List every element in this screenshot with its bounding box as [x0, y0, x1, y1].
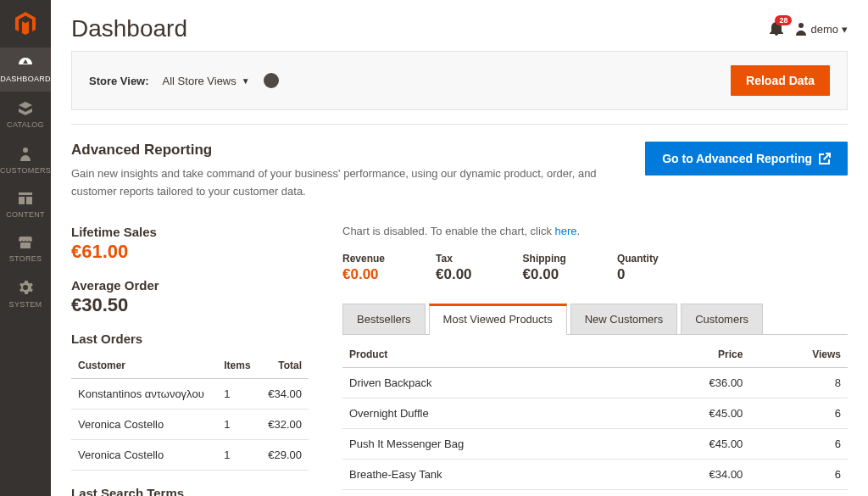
- external-link-icon: [819, 153, 831, 164]
- advanced-reporting-row: Advanced Reporting Gain new insights and…: [71, 142, 848, 201]
- store-view-label: Store View:: [89, 75, 149, 87]
- sidebar-item-system[interactable]: SYSTEM: [0, 271, 51, 317]
- last-search-title: Last Search Terms: [71, 486, 309, 496]
- enable-chart-link[interactable]: here: [555, 225, 577, 237]
- average-order-value: €30.50: [71, 294, 309, 316]
- divider: [71, 124, 848, 125]
- store-view: Store View: All Store Views ▼: [89, 73, 279, 88]
- store-view-value: All Store Views: [163, 75, 236, 87]
- user-icon: [795, 22, 807, 36]
- sidebar-item-label: CATALOG: [7, 120, 44, 129]
- chevron-down-icon: ▾: [842, 23, 848, 36]
- total-shipping: Shipping €0.00: [523, 253, 566, 283]
- notifications-button[interactable]: 28: [770, 20, 783, 38]
- svg-point-0: [23, 148, 28, 153]
- svg-rect-2: [19, 197, 25, 204]
- total-quantity: Quantity 0: [617, 253, 659, 283]
- lifetime-sales-value: €61.00: [71, 241, 309, 263]
- content-columns: Lifetime Sales €61.00 Average Order €30.…: [71, 225, 848, 496]
- sidebar-item-catalog[interactable]: CATALOG: [0, 92, 51, 137]
- main-content: Dashboard 28 demo ▾ Store View: All Stor…: [51, 0, 868, 496]
- sidebar-item-dashboard[interactable]: DASHBOARD: [0, 47, 51, 92]
- total-tax: Tax €0.00: [436, 253, 472, 283]
- last-orders-title: Last Orders: [71, 332, 309, 346]
- sidebar-item-stores[interactable]: STORES: [0, 227, 51, 271]
- col-views: Views: [749, 340, 848, 368]
- magento-logo: [12, 10, 39, 37]
- chart-disabled-notice: Chart is disabled. To enable the chart, …: [342, 225, 848, 237]
- dashboard-icon: [0, 56, 51, 71]
- total-revenue: Revenue €0.00: [342, 253, 385, 283]
- col-product: Product: [342, 340, 640, 368]
- sidebar: DASHBOARD CATALOG CUSTOMERS CONTENT STOR…: [0, 0, 51, 496]
- content-icon: [0, 192, 51, 207]
- customers-icon: [0, 146, 51, 163]
- col-right: Chart is disabled. To enable the chart, …: [342, 225, 848, 496]
- col-left: Lifetime Sales €61.00 Average Order €30.…: [71, 225, 309, 496]
- svg-point-4: [798, 23, 804, 28]
- table-row[interactable]: Driven Backpack€36.008: [342, 367, 848, 398]
- topbar: Dashboard 28 demo ▾: [71, 0, 848, 51]
- table-row[interactable]: Breathe-Easy Tank€34.006: [342, 459, 848, 489]
- stores-icon: [0, 236, 51, 251]
- sidebar-item-label: CONTENT: [6, 210, 45, 219]
- notification-count: 28: [775, 15, 792, 25]
- table-row[interactable]: Push It Messenger Bag€45.006: [342, 428, 848, 459]
- table-row[interactable]: Veronica Costello1€29.00: [71, 439, 309, 470]
- total-value: €0.00: [523, 266, 566, 283]
- tab-bestsellers[interactable]: Bestsellers: [342, 304, 426, 334]
- svg-rect-3: [26, 197, 32, 204]
- go-advanced-reporting-button[interactable]: Go to Advanced Reporting: [645, 142, 848, 176]
- sidebar-item-label: CUSTOMERS: [0, 166, 51, 175]
- total-value: 0: [617, 266, 659, 283]
- sidebar-item-label: SYSTEM: [9, 300, 42, 309]
- totals-row: Revenue €0.00 Tax €0.00 Shipping €0.00 Q…: [342, 253, 848, 283]
- top-right: 28 demo ▾: [770, 20, 848, 38]
- table-row[interactable]: Chaz Kangeroo Hoodie€52.004: [342, 489, 848, 496]
- col-items: Items: [217, 351, 259, 379]
- chevron-down-icon: ▼: [242, 76, 250, 86]
- table-row[interactable]: Overnight Duffle€45.006: [342, 398, 848, 428]
- average-order-label: Average Order: [71, 278, 309, 293]
- tabs: Bestsellers Most Viewed Products New Cus…: [342, 304, 848, 335]
- button-label: Go to Advanced Reporting: [662, 152, 812, 165]
- total-label: Revenue: [342, 253, 385, 265]
- col-total: Total: [259, 351, 309, 379]
- total-value: €0.00: [436, 266, 472, 283]
- total-label: Shipping: [523, 253, 566, 265]
- user-name: demo: [810, 23, 838, 36]
- help-icon[interactable]: [264, 73, 279, 88]
- user-menu[interactable]: demo ▾: [795, 22, 848, 36]
- reload-data-button[interactable]: Reload Data: [731, 65, 830, 96]
- table-row[interactable]: Veronica Costello1€32.00: [71, 409, 309, 439]
- most-viewed-table: Product Price Views Driven Backpack€36.0…: [342, 340, 848, 496]
- tab-most-viewed[interactable]: Most Viewed Products: [429, 304, 567, 334]
- total-label: Quantity: [617, 253, 659, 265]
- total-label: Tax: [436, 253, 472, 265]
- total-value: €0.00: [342, 266, 385, 283]
- sidebar-item-customers[interactable]: CUSTOMERS: [0, 137, 51, 183]
- tab-customers[interactable]: Customers: [681, 304, 763, 334]
- tab-new-customers[interactable]: New Customers: [570, 304, 677, 334]
- table-row[interactable]: Konstantinos αντωνογλου1€34.00: [71, 378, 309, 409]
- advanced-reporting-desc: Gain new insights and take command of yo…: [71, 165, 614, 201]
- advanced-reporting-title: Advanced Reporting: [71, 142, 625, 159]
- toolbar: Store View: All Store Views ▼ Reload Dat…: [71, 51, 848, 110]
- catalog-icon: [0, 100, 51, 117]
- page-title: Dashboard: [71, 15, 187, 42]
- col-price: Price: [640, 340, 749, 368]
- col-customer: Customer: [71, 351, 217, 379]
- sidebar-item-label: DASHBOARD: [0, 75, 51, 83]
- sidebar-item-label: STORES: [9, 254, 42, 263]
- store-view-select[interactable]: All Store Views ▼: [163, 75, 250, 87]
- lifetime-sales-label: Lifetime Sales: [71, 225, 309, 239]
- last-orders-table: Customer Items Total Konstantinos αντωνο…: [71, 351, 309, 471]
- gear-icon: [0, 280, 51, 297]
- svg-rect-1: [19, 192, 32, 195]
- sidebar-item-content[interactable]: CONTENT: [0, 183, 51, 227]
